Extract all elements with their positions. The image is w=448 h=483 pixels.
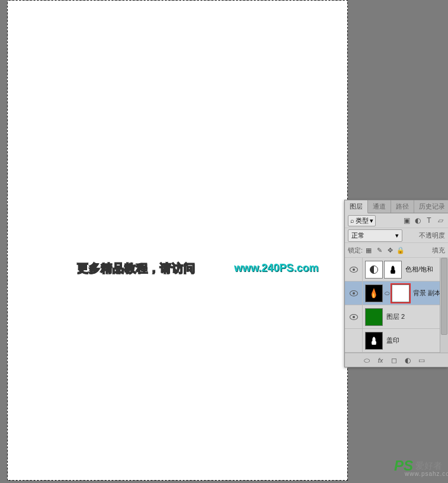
layer-row-hue-saturation[interactable]: 色相/饱和 [345, 258, 448, 282]
lock-label: 锁定: [348, 246, 363, 255]
site-logo: PS 爱好者 www.psahz.com [394, 458, 442, 474]
watermark-url: www.240PS.com [234, 262, 318, 274]
layer-name: 背景 副本 [413, 289, 441, 298]
tab-history[interactable]: 历史记录 [414, 200, 448, 213]
layer-row-layer2[interactable]: 图层 2 [345, 305, 448, 329]
adjustment-thumb[interactable] [365, 261, 383, 279]
fx-button[interactable]: fx [376, 357, 385, 364]
panel-footer: ⬭ fx ◻ ◐ ▭ [345, 353, 448, 367]
scrollbar-thumb[interactable] [441, 258, 447, 335]
lock-row: 锁定: ▦ ✎ ✥ 🔒 填充 [345, 243, 448, 258]
layer-thumb[interactable] [365, 308, 383, 326]
visibility-toggle[interactable] [345, 305, 363, 328]
panel-tabs: 图层 通道 路径 历史记录 [345, 200, 448, 213]
layer-row-stamp[interactable]: 盖印 [345, 329, 448, 353]
lock-paint-icon[interactable]: ✎ [375, 247, 383, 254]
filter-row: ⌕ 类型 ▾ ▣ ◐ T ▱ [345, 213, 448, 228]
layers-scrollbar[interactable] [440, 258, 448, 353]
mask-thumb[interactable] [384, 261, 402, 279]
visibility-toggle[interactable] [345, 329, 363, 352]
layer-thumb[interactable] [365, 284, 383, 302]
filter-shape-icon[interactable]: ▱ [436, 216, 445, 225]
chevron-down-icon: ▾ [370, 217, 373, 225]
layers-scroll-area: 色相/饱和 ⬭ 背景 副本 图层 2 [345, 258, 448, 353]
filter-adjust-icon[interactable]: ◐ [413, 216, 423, 225]
lock-icons: ▦ ✎ ✥ 🔒 [364, 247, 405, 254]
logo-cn: 爱好者 [415, 460, 442, 472]
eye-icon [350, 267, 358, 273]
figure-mask-icon [387, 263, 399, 277]
fill-label: 填充 [432, 246, 445, 255]
layer-name: 色相/饱和 [405, 265, 433, 274]
layer-thumb[interactable] [365, 332, 383, 350]
mask-button[interactable]: ◻ [390, 356, 398, 364]
tab-layers[interactable]: 图层 [345, 200, 368, 213]
hue-sat-icon [370, 266, 378, 274]
link-icon[interactable]: ⬭ [384, 290, 391, 297]
lock-all-icon[interactable]: 🔒 [396, 247, 405, 254]
flame-icon [367, 286, 381, 300]
logo-domain: www.psahz.com [405, 471, 448, 477]
layers-panel: 图层 通道 路径 历史记录 ⌕ 类型 ▾ ▣ ◐ T ▱ 正常 ▾ 不透明度 锁… [344, 200, 448, 367]
blend-mode-value: 正常 [351, 231, 364, 240]
filter-pixel-icon[interactable]: ▣ [402, 216, 411, 225]
kind-filter[interactable]: ⌕ 类型 ▾ [348, 215, 376, 226]
blend-row: 正常 ▾ 不透明度 [345, 228, 448, 243]
tab-channels[interactable]: 通道 [368, 200, 391, 213]
visibility-toggle[interactable] [345, 258, 363, 281]
layer-name: 图层 2 [386, 312, 405, 321]
eye-icon [350, 314, 358, 320]
kind-label: 类型 [356, 216, 369, 225]
layers-list: 色相/饱和 ⬭ 背景 副本 图层 2 [345, 258, 448, 353]
figure-icon [368, 334, 380, 348]
layer-name: 盖印 [386, 336, 399, 345]
eye-icon [350, 290, 358, 296]
adjustment-button[interactable]: ◐ [404, 356, 412, 364]
blend-mode-select[interactable]: 正常 ▾ [348, 229, 402, 242]
filter-text-icon[interactable]: T [424, 216, 434, 225]
watermark-text: 更多精品教程，请访问 [77, 261, 196, 276]
layer-row-background-copy[interactable]: ⬭ 背景 副本 [345, 282, 448, 305]
lock-position-icon[interactable]: ✥ [386, 247, 394, 254]
visibility-toggle[interactable] [345, 282, 363, 305]
lock-transparency-icon[interactable]: ▦ [364, 247, 373, 254]
group-button[interactable]: ▭ [417, 356, 425, 364]
search-icon: ⌕ [350, 217, 354, 224]
link-layers-button[interactable]: ⬭ [363, 356, 371, 364]
chevron-down-icon: ▾ [395, 232, 399, 239]
document-canvas[interactable] [7, 0, 348, 481]
mask-thumb-highlighted[interactable] [392, 284, 409, 302]
filter-type-icons: ▣ ◐ T ▱ [402, 216, 445, 225]
opacity-label: 不透明度 [419, 231, 445, 240]
tab-paths[interactable]: 路径 [391, 200, 414, 213]
